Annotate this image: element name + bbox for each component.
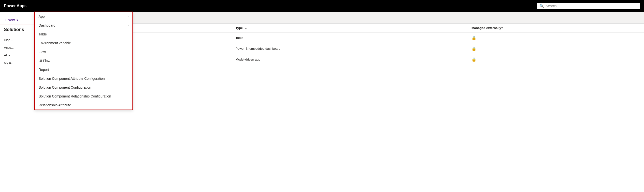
dropdown-item-ui-flow-label: UI Flow [38, 59, 50, 63]
col-managed-label: Managed externally? [472, 26, 503, 30]
table-container: Name Type ⌄ Managed externally? [49, 24, 644, 192]
row-managed-cell: 🔒 [468, 54, 644, 65]
search-container: 🔍 [537, 3, 640, 9]
row-type-cell: Model-driven app [232, 54, 468, 65]
new-button-label: New [8, 18, 15, 22]
dropdown-item-sol-config-label: Solution Component Configuration [38, 85, 91, 89]
arrow-icon: › [128, 15, 128, 18]
row-managed-cell: 🔒 [468, 43, 644, 54]
dropdown-item-rel-attr-label: Relationship Attribute [38, 103, 71, 107]
row-type-value: Model-driven app [236, 58, 260, 61]
dropdown-item-table-label: Table [38, 32, 47, 36]
table-header-row: Name Type ⌄ Managed externally? [49, 24, 644, 33]
search-icon: 🔍 [540, 4, 544, 8]
app-title: Power Apps [4, 4, 26, 8]
table-row: ··· All accounts revenue Power BI embedd… [49, 43, 644, 54]
new-dropdown-menu: App › Dashboard › Table Environment vari… [34, 12, 133, 110]
dropdown-list: App › Dashboard › Table Environment vari… [35, 12, 132, 110]
dropdown-item-flow-label: Flow [38, 50, 46, 54]
table-row: ··· account Table 🔒 [49, 33, 644, 43]
dropdown-item-flow[interactable]: Flow [35, 48, 132, 56]
dropdown-item-report-label: Report [38, 68, 49, 72]
dropdown-item-sol-rel[interactable]: Solution Component Relationship Configur… [35, 92, 132, 101]
dropdown-item-report[interactable]: Report [35, 65, 132, 74]
solutions-table: Name Type ⌄ Managed externally? [49, 24, 644, 65]
dropdown-item-dashboard-label: Dashboard [38, 23, 56, 27]
lock-icon: 🔒 [472, 47, 476, 51]
content-toolbar: Publish all customizations ··· [49, 12, 644, 24]
main-layout: + New ∨ Solutions Disp... Acco... All a.… [0, 12, 644, 192]
dropdown-item-sol-attr[interactable]: Solution Component Attribute Configurati… [35, 74, 132, 83]
row-type-value: Power BI embedded dashboard [236, 47, 280, 51]
dropdown-item-env-var-label: Environment variable [38, 41, 71, 45]
plus-icon: + [4, 18, 6, 22]
chevron-down-icon: ∨ [16, 18, 18, 22]
col-header-managed: Managed externally? [468, 24, 644, 33]
dropdown-item-sol-attr-label: Solution Component Attribute Configurati… [38, 77, 105, 81]
dropdown-item-ui-flow[interactable]: UI Flow [35, 56, 132, 65]
row-type-cell: Table [232, 33, 468, 43]
sort-icon: ⌄ [245, 27, 247, 30]
arrow-icon: › [128, 24, 128, 27]
dropdown-item-app-label: App [38, 15, 45, 19]
dropdown-item-table[interactable]: Table [35, 30, 132, 39]
content-area: Publish all customizations ··· Name Type… [49, 12, 644, 192]
dropdown-item-sol-config[interactable]: Solution Component Configuration [35, 83, 132, 92]
search-input[interactable] [546, 4, 637, 8]
table-row: ··· crfb6_Myapp Model-driven app 🔒 [49, 54, 644, 65]
col-header-type[interactable]: Type ⌄ [232, 24, 468, 33]
lock-icon: 🔒 [472, 36, 476, 40]
dropdown-item-sol-rel-label: Solution Component Relationship Configur… [38, 94, 111, 98]
lock-icon: 🔒 [472, 57, 476, 62]
col-type-label: Type [236, 26, 243, 30]
dropdown-item-rel-attr[interactable]: Relationship Attribute [35, 101, 132, 110]
row-managed-cell: 🔒 [468, 33, 644, 43]
row-type-value: Table [236, 36, 243, 40]
dropdown-item-dashboard[interactable]: Dashboard › [35, 21, 132, 30]
row-type-cell: Power BI embedded dashboard [232, 43, 468, 54]
dropdown-item-env-var[interactable]: Environment variable [35, 39, 132, 48]
top-bar: Power Apps 🔍 [0, 0, 644, 12]
dropdown-item-app[interactable]: App › [35, 12, 132, 21]
